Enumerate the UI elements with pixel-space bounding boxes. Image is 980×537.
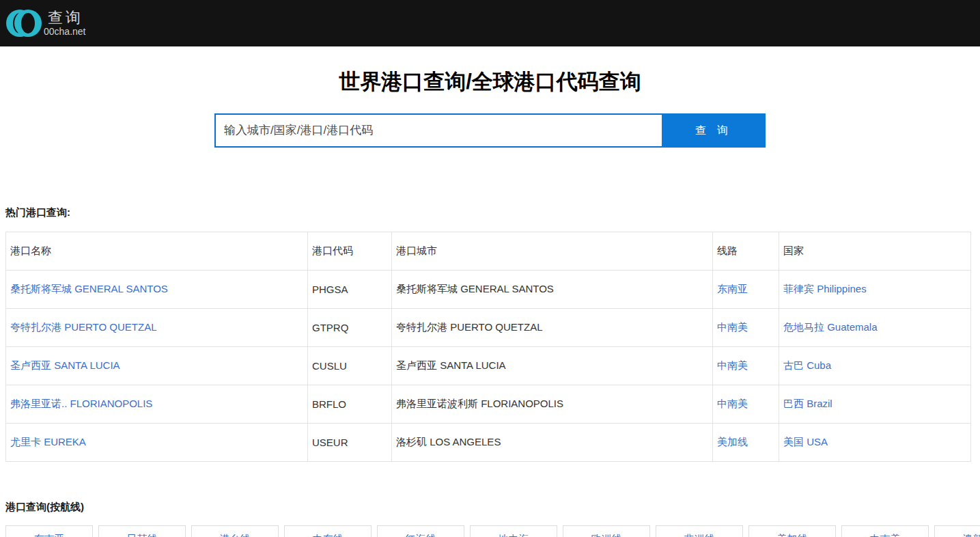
port-code-cell: BRFLO xyxy=(308,385,392,424)
country-link[interactable]: 美国 USA xyxy=(783,436,828,448)
route-button[interactable]: 澳新线 xyxy=(934,525,980,537)
search-input[interactable] xyxy=(214,113,662,148)
route-link[interactable]: 美加线 xyxy=(717,436,748,448)
port-city-cell: 圣卢西亚 SANTA LUCIA xyxy=(392,347,713,385)
port-city-cell: 桑托斯将军城 GENERAL SANTOS xyxy=(392,271,713,309)
port-code-cell: CUSLU xyxy=(308,347,392,385)
route-button[interactable]: 东南亚 xyxy=(5,525,93,537)
country-link[interactable]: 古巴 Cuba xyxy=(783,359,831,371)
brand-domain: 00cha.net xyxy=(44,26,86,37)
table-row: 弗洛里亚诺.. FLORIANOPOLIS BRFLO 弗洛里亚诺波利斯 FLO… xyxy=(6,385,971,424)
page-title: 世界港口查询/全球港口代码查询 xyxy=(0,70,980,94)
route-link[interactable]: 中南美 xyxy=(717,359,748,371)
header-port-name: 港口名称 xyxy=(6,232,308,271)
table-header-row: 港口名称 港口代码 港口城市 线路 国家 xyxy=(6,232,971,271)
site-logo[interactable]: 查询 00cha.net xyxy=(5,8,86,39)
search-bar: 查 询 xyxy=(214,113,766,148)
table-row: 尤里卡 EUREKA USEUR 洛杉矶 LOS ANGELES 美加线 美国 … xyxy=(6,424,971,462)
header-route: 线路 xyxy=(713,232,779,271)
header-port-code: 港口代码 xyxy=(308,232,392,271)
header-country: 国家 xyxy=(779,232,971,271)
port-city-cell: 洛杉矶 LOS ANGELES xyxy=(392,424,713,462)
brand-name: 查询 xyxy=(48,10,86,26)
table-row: 圣卢西亚 SANTA LUCIA CUSLU 圣卢西亚 SANTA LUCIA … xyxy=(6,347,971,385)
route-button[interactable]: 非洲线 xyxy=(656,525,743,537)
port-city-cell: 弗洛里亚诺波利斯 FLORIANOPOLIS xyxy=(392,385,713,424)
port-name-link[interactable]: 圣卢西亚 SANTA LUCIA xyxy=(10,359,120,371)
country-link[interactable]: 菲律宾 Philippines xyxy=(783,283,867,294)
route-button[interactable]: 中南美 xyxy=(841,525,929,537)
port-city-cell: 夸特扎尔港 PUERTO QUETZAL xyxy=(392,309,713,347)
route-link[interactable]: 中南美 xyxy=(717,321,748,333)
route-button[interactable]: 红海线 xyxy=(377,525,464,537)
port-name-link[interactable]: 夸特扎尔港 PUERTO QUETZAL xyxy=(10,321,156,333)
table-row: 夸特扎尔港 PUERTO QUETZAL GTPRQ 夸特扎尔港 PUERTO … xyxy=(6,309,971,347)
country-link[interactable]: 巴西 Brazil xyxy=(783,398,832,409)
search-button[interactable]: 查 询 xyxy=(662,113,766,148)
route-buttons-row: 东南亚 日韩线 港台线 中东线 红海线 地中海 欧洲线 非洲线 美加线 中南美 … xyxy=(5,525,980,537)
port-name-link[interactable]: 桑托斯将军城 GENERAL SANTOS xyxy=(10,283,168,294)
brand-rings-icon xyxy=(5,8,42,39)
port-name-link[interactable]: 弗洛里亚诺.. FLORIANOPOLIS xyxy=(10,398,152,409)
route-section-label: 港口查询(按航线) xyxy=(5,501,980,512)
port-code-cell: USEUR xyxy=(308,424,392,462)
header-port-city: 港口城市 xyxy=(392,232,713,271)
port-name-link[interactable]: 尤里卡 EUREKA xyxy=(10,436,86,448)
top-bar: 查询 00cha.net xyxy=(0,0,980,46)
route-button[interactable]: 港台线 xyxy=(191,525,279,537)
brand-text: 查询 00cha.net xyxy=(48,10,86,37)
port-code-cell: PHGSA xyxy=(308,271,392,309)
route-button[interactable]: 日韩线 xyxy=(98,525,186,537)
route-button[interactable]: 地中海 xyxy=(470,525,557,537)
route-link[interactable]: 东南亚 xyxy=(717,283,748,294)
route-button[interactable]: 中东线 xyxy=(284,525,372,537)
hot-ports-label: 热门港口查询: xyxy=(5,207,980,218)
route-button[interactable]: 美加线 xyxy=(748,525,836,537)
country-link[interactable]: 危地马拉 Guatemala xyxy=(783,321,878,333)
hot-ports-table: 港口名称 港口代码 港口城市 线路 国家 桑托斯将军城 GENERAL SANT… xyxy=(5,232,971,462)
port-code-cell: GTPRQ xyxy=(308,309,392,347)
route-link[interactable]: 中南美 xyxy=(717,398,748,409)
table-row: 桑托斯将军城 GENERAL SANTOS PHGSA 桑托斯将军城 GENER… xyxy=(6,271,971,309)
route-button[interactable]: 欧洲线 xyxy=(563,525,650,537)
